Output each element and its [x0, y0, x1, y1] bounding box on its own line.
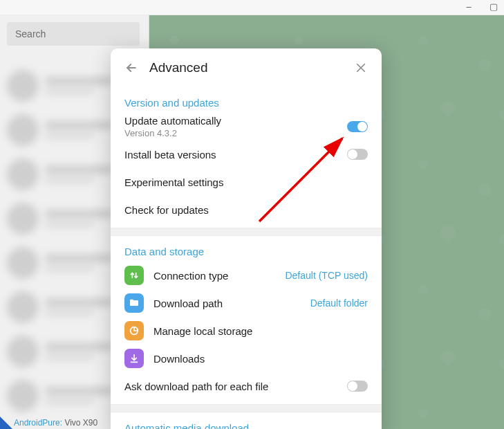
- row-downloads[interactable]: Downloads: [124, 345, 368, 372]
- label-update-automatically: Update automatically: [124, 115, 347, 127]
- row-connection-type[interactable]: Connection type Default (TCP used): [124, 262, 368, 289]
- value-download-path: Default folder: [310, 298, 368, 309]
- row-manage-storage[interactable]: Manage local storage: [124, 317, 368, 345]
- label-ask-path: Ask download path for each file: [124, 381, 347, 392]
- row-ask-download-path[interactable]: Ask download path for each file: [124, 372, 368, 400]
- storage-icon: [124, 321, 144, 340]
- toggle-ask-download-path[interactable]: [347, 381, 368, 392]
- arrows-up-down-icon: [129, 270, 140, 281]
- downloads-icon: [124, 349, 144, 368]
- label-manage-storage: Manage local storage: [153, 325, 368, 337]
- row-download-path[interactable]: Download path Default folder: [124, 289, 368, 317]
- close-button[interactable]: [353, 60, 369, 76]
- arrow-left-icon: [124, 61, 138, 75]
- label-download-path: Download path: [153, 298, 310, 309]
- section-title-auto-media: Automatic media download: [124, 422, 368, 429]
- pie-icon: [129, 325, 140, 336]
- folder-icon: [124, 293, 144, 313]
- section-title-version: Version and updates: [124, 97, 368, 109]
- label-version: Version 4.3.2: [124, 128, 347, 138]
- row-install-beta[interactable]: Install beta versions: [124, 140, 368, 168]
- label-experimental: Experimental settings: [124, 176, 368, 188]
- modal-title: Advanced: [149, 60, 208, 75]
- row-update-automatically[interactable]: Update automatically Version 4.3.2: [124, 113, 368, 140]
- back-button[interactable]: [123, 60, 140, 76]
- row-check-for-updates[interactable]: Check for updates: [124, 196, 368, 223]
- modal-scroll[interactable]: Version and updates Update automatically…: [111, 87, 382, 429]
- row-experimental-settings[interactable]: Experimental settings: [124, 168, 368, 196]
- window-maximize-button[interactable]: ▢: [489, 1, 498, 11]
- toggle-update-automatically[interactable]: [347, 121, 368, 132]
- window-titlebar: – ▢: [0, 0, 504, 15]
- label-install-beta: Install beta versions: [124, 149, 347, 161]
- window-minimize-button[interactable]: –: [464, 1, 474, 11]
- folder-shape-icon: [129, 298, 140, 309]
- download-arrow-icon: [129, 353, 140, 364]
- label-connection-type: Connection type: [153, 270, 285, 282]
- section-title-data: Data and storage: [124, 246, 368, 257]
- label-check-updates: Check for updates: [124, 204, 368, 216]
- value-connection-type: Default (TCP used): [285, 270, 368, 281]
- advanced-settings-modal: Advanced Version and updates Update auto…: [111, 48, 382, 429]
- label-downloads: Downloads: [153, 353, 368, 365]
- toggle-install-beta[interactable]: [347, 149, 368, 160]
- close-icon: [355, 62, 367, 74]
- connection-icon: [124, 266, 144, 285]
